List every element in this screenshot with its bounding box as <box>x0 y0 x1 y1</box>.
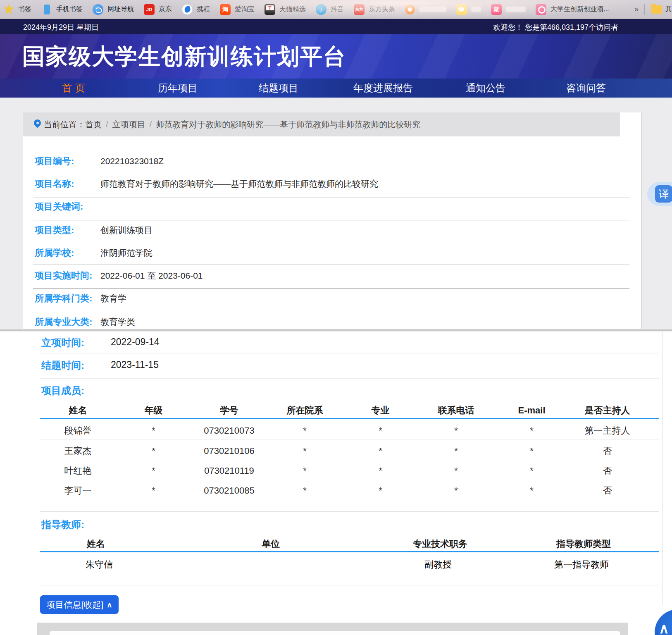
field-value: 创新训练项目 <box>100 219 153 241</box>
field-label: 项目实施时间: <box>35 265 92 287</box>
divider <box>644 4 645 15</box>
screenshot-seam <box>0 329 672 332</box>
nav-item-notices[interactable]: 通知公告 <box>466 79 505 98</box>
page-top-area: 当前位置：首页/立项项目/师范教育对于教师的影响研究——基于师范教师与非师范教师… <box>0 98 672 329</box>
bookmark-item[interactable]: 网址导航 <box>93 4 134 15</box>
welcome-bar: 2024年9月29日 星期日 欢迎您！ 您是第466,031,197个访问者 <box>0 19 672 34</box>
col-header: E-mail <box>494 404 570 417</box>
bookmarks-bar: 书签 手机书签 网址导航 JD 京东 携程 淘 爱淘宝 天猫精选 ♪ 抖音 <box>0 0 672 19</box>
advisor-type: 第一指导教师 <box>554 559 609 571</box>
bookmark-label: 爱淘宝 <box>235 5 255 14</box>
taobao-icon: 淘 <box>220 4 231 15</box>
member-major: * <box>343 445 418 457</box>
ju-icon: 聚 <box>491 4 502 15</box>
member-email: * <box>494 485 570 497</box>
bookmark-item[interactable]: 书签 <box>3 4 31 15</box>
yellow-site-icon <box>456 4 467 15</box>
field-label: 所属学科门类: <box>35 287 92 310</box>
field-label: 项目名称: <box>35 173 74 195</box>
member-department: * <box>267 425 343 437</box>
washed-label <box>506 7 526 12</box>
bookmark-item[interactable]: ♪ 抖音 <box>316 4 344 15</box>
bookmark-item[interactable]: 聚 <box>491 4 526 15</box>
col-header: 单位 <box>262 538 280 550</box>
breadcrumb-section[interactable]: 立项项目 <box>112 120 145 129</box>
bookmark-item[interactable]: 淘 爱淘宝 <box>220 4 255 15</box>
field-label: 所属学校: <box>35 242 74 264</box>
overflow-chevron-icon[interactable]: » <box>634 5 639 14</box>
nav-item-qa[interactable]: 咨询问答 <box>566 79 606 98</box>
breadcrumb-current: 师范教育对于教师的影响研究——基于师范教师与非师范教师的比较研究 <box>156 120 420 129</box>
bookmark-label: 天猫精选 <box>279 5 306 14</box>
other-bookmarks-folder-icon[interactable] <box>651 5 662 14</box>
breadcrumb-separator: / <box>102 120 112 129</box>
member-name: 叶红艳 <box>40 465 116 477</box>
bookmark-item[interactable]: 天猫精选 <box>265 4 306 15</box>
divider <box>40 378 659 379</box>
field-label: 项目编号: <box>35 150 74 172</box>
nav-item-annual-report[interactable]: 年度进展报告 <box>353 79 413 98</box>
project-info-collapse-button[interactable]: 项目信息[收起] ∧ <box>40 595 119 614</box>
back-to-top-button[interactable]: ∧ <box>655 609 672 635</box>
member-row: 王家杰 * 0730210106 * * * * 否 <box>40 445 645 457</box>
field-row: 所属学科门类: 教育学 <box>23 287 642 310</box>
bookmark-label: 京东 <box>159 5 172 14</box>
field-value: 教育学 <box>100 287 126 310</box>
member-is-lead: 第一主持人 <box>570 425 645 437</box>
dongfang-toutiao-icon: 东方 <box>354 4 365 15</box>
bookmark-item[interactable]: 大学生创新创业项... <box>536 4 609 15</box>
breadcrumb-prefix: 当前位置： <box>44 120 85 129</box>
member-row: 段锦誉 * 0730210073 * * * * 第一主持人 <box>40 425 645 437</box>
col-header: 专业技术职务 <box>413 538 467 550</box>
member-student-id: 0730210085 <box>191 485 267 497</box>
bookmarks-overflow: » 其 <box>634 4 672 15</box>
breadcrumb-separator: / <box>145 120 156 129</box>
field-row: 项目编号: 202210323018Z <box>23 150 642 172</box>
member-grade: * <box>116 465 191 477</box>
page: 书签 手机书签 网址导航 JD 京东 携程 淘 爱淘宝 天猫精选 ♪ 抖音 <box>0 0 672 635</box>
bookmark-item[interactable]: 东方 东方头条 <box>354 4 395 15</box>
member-is-lead: 否 <box>570 445 645 457</box>
chevron-up-icon: ∧ <box>107 600 112 609</box>
member-row: 叶红艳 * 0730210119 * * * * 否 <box>40 465 645 477</box>
bookmark-label: 网址导航 <box>107 5 134 14</box>
member-email: * <box>494 425 570 437</box>
member-phone: * <box>418 465 494 477</box>
member-name: 李可一 <box>40 485 116 497</box>
bookmark-item[interactable] <box>405 5 446 14</box>
col-header: 是否主持人 <box>570 404 645 417</box>
bookmark-item[interactable]: 携程 <box>182 4 210 15</box>
star-bookmark-icon <box>3 4 14 15</box>
nav-item-past-projects[interactable]: 历年项目 <box>158 79 198 98</box>
panel-right-border <box>662 332 662 605</box>
field-row: 项目名称: 师范教育对于教师的影响研究——基于师范教师与非师范教师的比较研究 <box>23 173 642 195</box>
field-value: 2022-09-14 <box>111 337 160 348</box>
member-student-id: 0730210106 <box>191 445 267 457</box>
member-department: * <box>267 485 343 497</box>
button-label: 项目信息[收起] <box>47 599 104 611</box>
advisor-name: 朱守信 <box>86 559 113 571</box>
bookmark-item[interactable]: 手机书签 <box>41 4 83 15</box>
breadcrumb: 当前位置：首页/立项项目/师范教育对于教师的影响研究——基于师范教师与非师范教师… <box>23 112 620 136</box>
site-banner: 国家级大学生创新训练计划平台 <box>0 34 672 79</box>
bookmark-label: 携程 <box>197 5 210 14</box>
visitor-count-text: 欢迎您！ 您是第466,031,197个访问者 <box>493 22 618 32</box>
translate-float-button[interactable]: 译 <box>647 182 672 206</box>
site-title: 国家级大学生创新训练计划平台 <box>22 41 346 72</box>
nav-item-completed-projects[interactable]: 结题项目 <box>259 79 298 98</box>
breadcrumb-home[interactable]: 首页 <box>85 120 102 129</box>
col-header: 指导教师类型 <box>556 538 611 550</box>
col-header: 姓名 <box>87 538 105 550</box>
nav-globe-icon <box>93 4 103 15</box>
member-department: * <box>267 465 343 477</box>
nav-item-home[interactable]: 首页 <box>62 79 88 98</box>
ctrip-icon <box>182 4 193 15</box>
divider <box>40 439 659 439</box>
bookmark-item[interactable]: JD 京东 <box>144 4 172 15</box>
member-name: 王家杰 <box>40 445 116 457</box>
member-student-id: 0730210073 <box>191 425 267 437</box>
col-header: 年级 <box>116 404 191 417</box>
bookmark-item[interactable] <box>456 4 481 15</box>
field-row: 所属学校: 淮阴师范学院 <box>23 242 642 264</box>
field-label: 项目关键词: <box>35 196 83 218</box>
